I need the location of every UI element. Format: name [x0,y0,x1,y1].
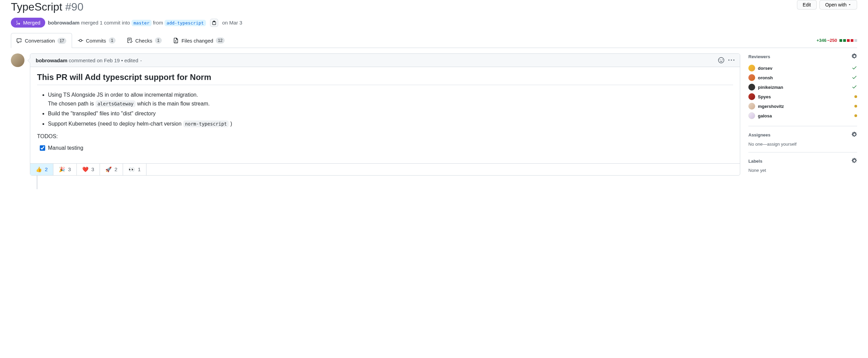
avatar [748,84,755,91]
gear-icon [852,158,857,163]
timeline-trail [37,176,37,189]
page-title: TypeScript #90 [11,0,83,14]
list-item: Support Kubernetes (need to deploy helm-… [48,119,733,128]
meta-author[interactable]: bobrowadam [48,20,80,26]
reaction-emoji: 🎉 [59,166,65,173]
checklist-icon [127,38,133,43]
code-inline: alertsGateway [96,100,136,107]
edit-button[interactable]: Edit [797,0,817,10]
reviewer-row[interactable]: pinikeizman [748,82,857,92]
gear-icon [852,53,857,59]
avatar [748,74,755,81]
file-diff-icon [173,38,179,43]
avatar [748,103,755,110]
avatar [748,112,755,119]
task-label: Manual testing [48,144,83,152]
assignees-settings-button[interactable] [852,132,857,138]
diff-additions: +346 [816,38,826,43]
check-icon [852,84,857,91]
reviewer-name[interactable]: oronsh [758,75,773,80]
diff-square-add [839,39,842,42]
check-icon [852,65,857,71]
comment-discussion-icon [17,38,22,44]
tab-conversation[interactable]: Conversation 17 [11,33,72,48]
merge-meta: bobrowadam merged 1 commit into master f… [48,20,206,26]
tab-checks[interactable]: Checks 1 [121,33,168,48]
reviewer-row[interactable]: Spyes [748,92,857,101]
reaction-count: 2 [45,166,48,172]
todos-heading: TODOS: [37,133,733,140]
reaction-button[interactable]: 🎉3 [53,164,76,175]
reviewer-name[interactable]: Spyes [758,94,771,99]
add-reaction-button[interactable] [718,57,724,63]
base-branch[interactable]: master [132,20,152,26]
reviewers-title: Reviewers [748,54,770,59]
list-item: Using TS Alongside JS in order to allow … [48,91,733,108]
reaction-emoji: 👀 [128,166,135,173]
comment-author[interactable]: bobrowadam [36,58,67,63]
pr-number: #90 [65,1,83,13]
reviewer-row[interactable]: mgershovitz [748,101,857,111]
diff-square-del [847,39,850,42]
checks-count: 1 [155,37,162,44]
tab-files[interactable]: Files changed 12 [168,33,230,48]
reaction-count: 2 [115,166,117,172]
reaction-button[interactable]: 🚀2 [100,164,123,175]
reaction-count: 3 [91,166,94,172]
diff-square-del [851,39,853,42]
edited-indicator[interactable]: • edited [121,58,142,63]
comment-menu-button[interactable] [728,57,734,63]
reaction-count: 3 [68,166,71,172]
reviewer-row[interactable]: oronsh [748,73,857,82]
diff-square-neutral [854,39,857,42]
reviewer-name[interactable]: pinikeizman [758,85,783,90]
state-badge: Merged [11,18,45,28]
head-branch[interactable]: add-typescript [164,20,206,26]
commit-icon [78,38,83,43]
reviewers-settings-button[interactable] [852,53,857,60]
pending-dot-icon [854,114,857,117]
merge-date: on Mar 3 [222,20,242,26]
reaction-button[interactable]: 👍2 [30,164,53,175]
copy-branch-button[interactable] [210,19,218,27]
reviewer-row[interactable]: galosa [748,111,857,120]
gear-icon [852,132,857,137]
open-with-button[interactable]: Open with [819,0,857,10]
reaction-button[interactable]: ❤️3 [77,164,100,175]
assignees-title: Assignees [748,132,770,137]
reaction-count: 1 [138,166,140,172]
chevron-down-icon [848,3,851,6]
pending-dot-icon [854,105,857,108]
chevron-down-icon [140,60,142,62]
avatar [748,65,755,71]
pending-dot-icon [854,95,857,98]
reviewer-name[interactable]: mgershovitz [758,104,784,109]
reaction-emoji: 👍 [36,166,42,173]
assignees-empty[interactable]: No one—assign yourself [748,142,857,147]
clipboard-icon [212,20,216,25]
reviewer-name[interactable]: dorsev [758,66,772,71]
check-icon [852,75,857,81]
comment-timestamp[interactable]: commented on Feb 19 [69,58,120,63]
reaction-button[interactable]: 👀1 [123,164,146,175]
diffstat[interactable]: +346 −250 [816,38,857,43]
diff-deletions: −250 [827,38,837,43]
reviewer-name[interactable]: galosa [758,113,772,118]
smiley-icon [718,57,724,63]
tab-commits[interactable]: Commits 1 [72,33,121,48]
reviewer-row[interactable]: dorsev [748,63,857,73]
avatar [748,93,755,100]
task-checkbox[interactable] [40,145,45,151]
merge-icon [16,20,21,26]
reaction-bar: 👍2🎉3❤️3🚀2👀1 [30,163,740,175]
labels-settings-button[interactable] [852,158,857,164]
diff-square-add [843,39,846,42]
conversation-count: 17 [57,38,66,44]
avatar[interactable] [11,53,24,67]
task-item: Manual testing [40,144,733,152]
list-item: Build the "transpiled" files into "dist"… [48,109,733,118]
reaction-emoji: 🚀 [105,166,112,173]
labels-title: Labels [748,159,762,164]
files-count: 12 [216,37,224,44]
labels-empty: None yet [748,168,857,173]
